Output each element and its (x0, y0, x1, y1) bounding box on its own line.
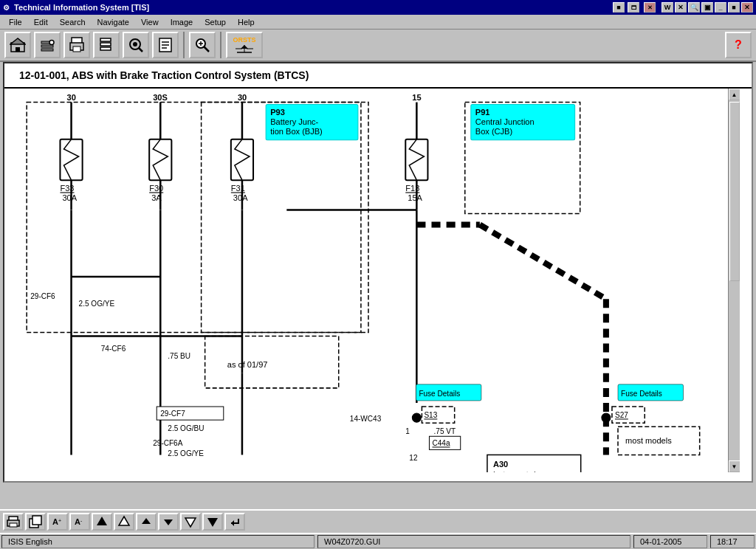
svg-text:Fuse Details: Fuse Details (419, 390, 460, 398)
menu-image[interactable]: Image (165, 16, 199, 28)
svg-text:30: 30 (238, 93, 247, 102)
menu-file[interactable]: File (3, 16, 28, 28)
app-icon: ⚙ (3, 4, 10, 12)
scroll-down-arrow[interactable]: ▼ (729, 460, 740, 472)
svg-text:F30: F30 (149, 184, 163, 193)
svg-rect-11 (100, 43, 111, 46)
svg-text:-: - (80, 518, 83, 523)
svg-text:S13: S13 (424, 411, 437, 419)
toolbar-separator-2 (220, 32, 221, 58)
svg-line-81 (480, 225, 606, 300)
svg-rect-9 (73, 46, 80, 52)
svg-text:C44a: C44a (432, 439, 450, 447)
menu-navigate[interactable]: Navigate (92, 16, 135, 28)
svg-text:29-CF7: 29-CF7 (160, 410, 185, 418)
scroll-thumb[interactable] (729, 102, 740, 281)
arrow-down-outline-button[interactable] (180, 513, 201, 531)
svg-rect-130 (32, 516, 41, 525)
svg-text:29-CF6: 29-CF6 (30, 292, 55, 300)
bottom-toolbar: A+ A- (0, 509, 756, 533)
svg-point-6 (49, 41, 54, 45)
home-button[interactable] (4, 32, 31, 58)
menu-search[interactable]: Search (54, 16, 92, 28)
arrow-down-solid-button[interactable] (202, 513, 223, 531)
svg-point-15 (133, 42, 137, 46)
svg-text:A: A (75, 517, 80, 526)
svg-marker-137 (142, 518, 151, 524)
status-bar: ISIS English W04Z0720.GUI 04-01-2005 18:… (0, 533, 756, 549)
svg-text:A: A (52, 517, 58, 526)
svg-text:P93: P93 (270, 108, 285, 117)
svg-rect-10 (100, 38, 111, 41)
toolbar-separator (183, 32, 185, 58)
svg-rect-4 (41, 45, 53, 47)
arrow-up-solid-button[interactable] (92, 513, 112, 531)
svg-text:most models: most models (625, 436, 672, 445)
svg-text:2.5 OG/YE: 2.5 OG/YE (79, 300, 115, 308)
arrow-up-outline-button[interactable] (114, 513, 134, 531)
menu-bar: File Edit Search Navigate View Image Set… (0, 15, 756, 30)
text-increase-button[interactable]: A+ (47, 513, 68, 531)
svg-text:.75 VT: .75 VT (434, 427, 456, 435)
svg-text:12: 12 (409, 454, 418, 462)
menu-view[interactable]: View (135, 16, 165, 28)
svg-rect-78 (205, 336, 339, 387)
svg-point-87 (412, 413, 421, 422)
wiring-diagram-svg: P93 Battery Junc- tion Box (BJB) P91 Cen… (4, 89, 740, 472)
svg-point-90 (602, 413, 611, 422)
title-bar: ⚙ Technical Information System [TIS] ■ 🗔… (0, 0, 756, 15)
svg-marker-140 (207, 518, 218, 527)
svg-text:14-WC43: 14-WC43 (350, 415, 382, 423)
svg-text:29-CF6A: 29-CF6A (153, 439, 183, 447)
svg-line-21 (204, 46, 209, 52)
svg-marker-1 (10, 38, 25, 44)
menu-setup[interactable]: Setup (199, 16, 232, 28)
select-button[interactable] (123, 32, 149, 58)
toolbar: ORSTS ? (0, 30, 756, 62)
menu-help[interactable]: Help (232, 16, 261, 28)
print-button[interactable] (63, 32, 90, 58)
svg-marker-25 (241, 45, 248, 49)
copy-bottom-button[interactable] (25, 513, 46, 531)
help-icon: ? (735, 38, 742, 52)
document-title: 12-01-001, ABS with Brake Traction Contr… (4, 63, 752, 89)
svg-text:+: + (58, 518, 61, 523)
arrow-up-small-button[interactable] (136, 513, 157, 531)
svg-text:Fuse Details: Fuse Details (621, 390, 662, 398)
svg-text:A30: A30 (493, 460, 508, 469)
status-date: 04-01-2005 (633, 535, 707, 548)
svg-text:Central Junction: Central Junction (475, 117, 535, 126)
layers-button[interactable] (93, 32, 120, 58)
svg-text:Battery Junc-: Battery Junc- (270, 117, 318, 126)
menu-edit[interactable]: Edit (28, 16, 54, 28)
svg-text:2.5 OG/YE: 2.5 OG/YE (168, 449, 204, 458)
scroll-up-arrow[interactable]: ▲ (729, 89, 740, 100)
svg-marker-138 (164, 519, 173, 525)
tools-button[interactable] (34, 32, 61, 58)
svg-text:30S: 30S (153, 93, 168, 102)
svg-text:tion Box (BJB): tion Box (BJB) (270, 127, 323, 136)
svg-text:as of 01/97: as of 01/97 (227, 360, 268, 369)
help-button[interactable]: ? (725, 32, 752, 58)
arrow-down-small-button[interactable] (158, 513, 179, 531)
status-file: W04Z0720.GUI (317, 535, 630, 548)
orsts-button[interactable]: ORSTS (226, 32, 263, 58)
print-bottom-button[interactable] (3, 513, 24, 531)
svg-text:15: 15 (412, 93, 421, 102)
text-decrease-button[interactable]: A- (69, 513, 90, 531)
main-content: 12-01-001, ABS with Brake Traction Contr… (3, 62, 753, 483)
svg-text:1: 1 (405, 427, 410, 435)
svg-rect-128 (10, 523, 17, 527)
svg-marker-141 (231, 520, 234, 526)
svg-marker-136 (119, 517, 129, 525)
svg-text:30A: 30A (233, 193, 248, 202)
vertical-scrollbar[interactable]: ▲ ▼ (728, 89, 740, 472)
magnify-button[interactable] (189, 32, 216, 58)
svg-text:30A: 30A (62, 193, 77, 202)
wiring-diagram-container: P93 Battery Junc- tion Box (BJB) P91 Cen… (4, 89, 740, 472)
svg-line-14 (139, 48, 142, 52)
note-button[interactable] (152, 32, 179, 58)
svg-text:S27: S27 (615, 411, 628, 419)
return-button[interactable] (224, 513, 245, 531)
svg-text:F13: F13 (405, 184, 419, 193)
